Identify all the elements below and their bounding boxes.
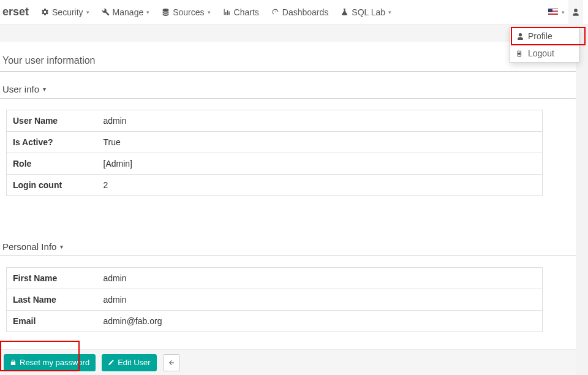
- row-label: Role: [7, 153, 97, 175]
- row-value: admin: [97, 268, 543, 289]
- table-row: First Name admin: [7, 268, 543, 289]
- chevron-down-icon: ▾: [562, 9, 565, 15]
- user-info-table: User Name admin Is Active? True Role [Ad…: [6, 110, 543, 196]
- section-user-info-title[interactable]: User info ▾: [0, 72, 583, 99]
- section-label: Personal Info: [2, 241, 56, 252]
- menu-item-profile[interactable]: Profile: [510, 28, 579, 45]
- chevron-down-icon: ▾: [146, 9, 149, 15]
- chevron-down-icon: ▾: [208, 9, 211, 15]
- section-personal-info-title[interactable]: Personal Info ▾: [0, 229, 583, 256]
- user-menu-trigger[interactable]: [568, 0, 583, 25]
- nav-charts[interactable]: Charts: [217, 0, 265, 25]
- row-label: Login count: [7, 175, 97, 196]
- personal-info-table: First Name admin Last Name admin Email a…: [6, 267, 543, 332]
- row-value: admin: [97, 289, 543, 311]
- database-icon: [162, 8, 170, 16]
- user-icon: [516, 32, 524, 40]
- row-label: First Name: [7, 268, 97, 289]
- page-title: Your user information: [0, 42, 583, 72]
- back-button[interactable]: [163, 354, 180, 371]
- row-value: [Admin]: [97, 153, 543, 175]
- nav-label: Manage: [113, 7, 144, 17]
- wrench-icon: [102, 8, 110, 16]
- bar-chart-icon: [223, 8, 231, 16]
- table-row: Last Name admin: [7, 289, 543, 311]
- cog-icon: [41, 8, 49, 16]
- row-value: admin@fab.org: [97, 311, 543, 332]
- row-value: True: [97, 132, 543, 153]
- table-row: Role [Admin]: [7, 153, 543, 175]
- user-dropdown: Profile Logout: [510, 27, 579, 63]
- footer-actions: Reset my password Edit User: [0, 349, 576, 375]
- locale-switcher[interactable]: ▾: [545, 0, 568, 25]
- top-navbar: erset Security ▾ Manage ▾ Sources ▾ Char…: [0, 0, 588, 25]
- row-label: Last Name: [7, 289, 97, 311]
- table-row: Is Active? True: [7, 132, 543, 153]
- menu-item-label: Profile: [528, 31, 552, 41]
- row-value: admin: [97, 110, 543, 132]
- menu-item-logout[interactable]: Logout: [510, 45, 579, 62]
- content-area: Your user information User info ▾ User N…: [0, 42, 588, 332]
- sub-header-strip: [0, 25, 588, 42]
- edit-icon: [108, 359, 115, 366]
- chevron-down-icon: ▾: [60, 243, 63, 250]
- row-label: Is Active?: [7, 132, 97, 153]
- edit-user-button[interactable]: Edit User: [102, 354, 156, 371]
- dashboard-icon: [271, 8, 279, 16]
- row-value: 2: [97, 175, 543, 196]
- button-label: Edit User: [118, 358, 150, 367]
- nav-label: SQL Lab: [352, 7, 385, 17]
- chevron-down-icon: ▾: [86, 9, 89, 15]
- button-label: Reset my password: [20, 358, 89, 367]
- us-flag-icon: [548, 9, 558, 15]
- nav-label: Dashboards: [282, 7, 329, 17]
- chevron-down-icon: ▾: [43, 86, 46, 93]
- user-icon: [571, 8, 580, 17]
- flask-icon: [341, 8, 349, 16]
- nav-label: Charts: [234, 7, 259, 17]
- row-label: Email: [7, 311, 97, 332]
- nav-sqllab[interactable]: SQL Lab ▾: [334, 0, 398, 25]
- section-label: User info: [2, 84, 39, 94]
- table-row: Email admin@fab.org: [7, 311, 543, 332]
- lock-icon: [10, 359, 17, 366]
- nav-security[interactable]: Security ▾: [35, 0, 96, 25]
- table-row: User Name admin: [7, 110, 543, 132]
- brand-logo[interactable]: erset: [2, 6, 29, 18]
- nav-label: Sources: [173, 7, 204, 17]
- menu-item-label: Logout: [528, 48, 554, 58]
- nav-manage[interactable]: Manage ▾: [96, 0, 156, 25]
- arrow-left-icon: [168, 359, 175, 366]
- table-row: Login count 2: [7, 175, 543, 196]
- reset-password-button[interactable]: Reset my password: [4, 354, 96, 371]
- logout-icon: [516, 50, 524, 58]
- nav-sources[interactable]: Sources ▾: [156, 0, 216, 25]
- nav-label: Security: [52, 7, 83, 17]
- nav-dashboards[interactable]: Dashboards: [265, 0, 335, 25]
- row-label: User Name: [7, 110, 97, 132]
- chevron-down-icon: ▾: [388, 9, 391, 15]
